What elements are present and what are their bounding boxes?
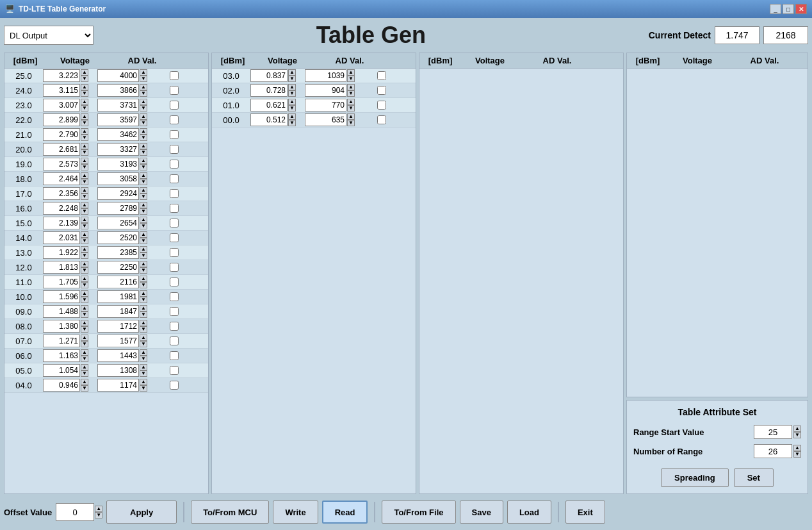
adval-input[interactable] [97, 158, 139, 170]
adval-input[interactable] [97, 290, 139, 303]
attr-range-start-up[interactable]: ▲ [793, 426, 801, 432]
row-checkbox[interactable] [377, 101, 386, 110]
voltage-input[interactable] [43, 172, 80, 185]
row-checkbox[interactable] [377, 86, 386, 95]
voltage-down[interactable]: ▼ [81, 208, 88, 215]
voltage-up[interactable]: ▲ [81, 231, 88, 238]
adval-up[interactable]: ▲ [140, 143, 147, 149]
adval-up[interactable]: ▲ [140, 202, 147, 208]
adval-down[interactable]: ▼ [140, 238, 147, 244]
attr-range-start-input[interactable] [754, 425, 792, 439]
voltage-input[interactable] [43, 246, 80, 259]
row-checkbox[interactable] [170, 71, 179, 80]
adval-up[interactable]: ▲ [140, 261, 147, 267]
minimize-button[interactable]: _ [770, 4, 781, 14]
row-checkbox[interactable] [170, 189, 179, 198]
row-checkbox[interactable] [170, 277, 179, 286]
voltage-input[interactable] [43, 261, 80, 274]
adval-up[interactable]: ▲ [140, 335, 147, 341]
voltage-up[interactable]: ▲ [81, 217, 88, 223]
adval-input[interactable] [305, 69, 346, 82]
voltage-down[interactable]: ▼ [81, 105, 88, 112]
adval-input[interactable] [97, 379, 139, 392]
voltage-up[interactable]: ▲ [81, 261, 88, 267]
adval-input[interactable] [97, 364, 139, 377]
attr-num-range-down[interactable]: ▼ [793, 451, 801, 458]
voltage-input[interactable] [43, 379, 80, 392]
row-checkbox[interactable] [170, 219, 179, 228]
adval-down[interactable]: ▼ [140, 253, 147, 259]
adval-down[interactable]: ▼ [140, 179, 147, 185]
adval-up[interactable]: ▲ [140, 217, 147, 223]
voltage-up[interactable]: ▲ [81, 158, 88, 164]
voltage-down[interactable]: ▼ [81, 356, 88, 362]
voltage-input[interactable] [43, 305, 80, 318]
row-checkbox[interactable] [170, 307, 179, 316]
voltage-input[interactable] [250, 69, 288, 82]
adval-down[interactable]: ▼ [347, 120, 355, 126]
voltage-input[interactable] [43, 128, 80, 141]
adval-down[interactable]: ▼ [140, 149, 147, 156]
row-checkbox[interactable] [170, 174, 179, 183]
row-checkbox[interactable] [170, 292, 179, 301]
voltage-down[interactable]: ▼ [81, 267, 88, 274]
adval-up[interactable]: ▲ [140, 113, 147, 120]
adval-down[interactable]: ▼ [140, 105, 147, 112]
adval-down[interactable]: ▼ [140, 194, 147, 200]
adval-down[interactable]: ▼ [140, 341, 147, 347]
adval-up[interactable]: ▲ [140, 99, 147, 105]
voltage-down[interactable]: ▼ [288, 90, 296, 97]
table2-scroll[interactable]: 03.0 ▲ ▼ ▲ ▼ 02.0 [212, 69, 416, 493]
row-checkbox[interactable] [170, 145, 179, 154]
adval-up[interactable]: ▲ [140, 349, 147, 356]
voltage-down[interactable]: ▼ [81, 194, 88, 200]
voltage-down[interactable]: ▼ [81, 253, 88, 259]
row-checkbox[interactable] [170, 336, 179, 345]
load-button[interactable]: Load [507, 501, 551, 524]
adval-up[interactable]: ▲ [140, 246, 147, 253]
voltage-input[interactable] [250, 84, 288, 97]
voltage-down[interactable]: ▼ [81, 370, 88, 377]
voltage-down[interactable]: ▼ [81, 120, 88, 126]
adval-input[interactable] [97, 187, 139, 200]
adval-input[interactable] [97, 202, 139, 215]
row-checkbox[interactable] [170, 366, 179, 375]
spreading-button[interactable]: Spreading [661, 468, 729, 487]
voltage-down[interactable]: ▼ [81, 76, 88, 82]
adval-up[interactable]: ▲ [140, 172, 147, 179]
offset-spin-down[interactable]: ▼ [95, 512, 102, 518]
voltage-input[interactable] [250, 99, 288, 112]
row-checkbox[interactable] [170, 101, 179, 110]
voltage-up[interactable]: ▲ [288, 84, 296, 90]
voltage-down[interactable]: ▼ [81, 90, 88, 97]
voltage-input[interactable] [43, 84, 80, 97]
voltage-up[interactable]: ▲ [81, 379, 88, 385]
table3-scroll[interactable] [419, 69, 623, 493]
voltage-down[interactable]: ▼ [81, 326, 88, 333]
voltage-down[interactable]: ▼ [81, 179, 88, 185]
adval-up[interactable]: ▲ [140, 69, 147, 76]
row-checkbox[interactable] [170, 233, 179, 242]
row-checkbox[interactable] [170, 263, 179, 272]
voltage-down[interactable]: ▼ [81, 135, 88, 141]
save-button[interactable]: Save [460, 501, 503, 524]
adval-input[interactable] [97, 69, 139, 82]
adval-up[interactable]: ▲ [347, 99, 355, 105]
adval-input[interactable] [97, 113, 139, 126]
row-checkbox[interactable] [170, 115, 179, 124]
voltage-input[interactable] [43, 202, 80, 215]
voltage-down[interactable]: ▼ [81, 341, 88, 347]
adval-input[interactable] [97, 99, 139, 112]
voltage-down[interactable]: ▼ [288, 120, 296, 126]
adval-up[interactable]: ▲ [347, 113, 355, 120]
voltage-down[interactable]: ▼ [81, 311, 88, 318]
offset-value-input[interactable] [56, 503, 94, 521]
adval-down[interactable]: ▼ [140, 311, 147, 318]
voltage-down[interactable]: ▼ [81, 282, 88, 288]
adval-input[interactable] [97, 276, 139, 288]
to-from-file-button[interactable]: To/From File [382, 501, 455, 524]
voltage-input[interactable] [43, 231, 80, 244]
row-checkbox[interactable] [377, 115, 386, 124]
voltage-up[interactable]: ▲ [81, 364, 88, 370]
voltage-input[interactable] [43, 99, 80, 112]
